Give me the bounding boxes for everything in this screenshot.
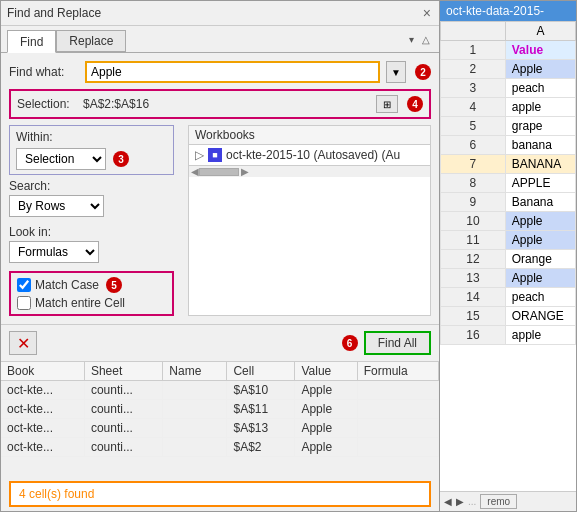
- within-section: Within: Selection Workbooks Sheets 3: [9, 125, 174, 175]
- left-controls: Within: Selection Workbooks Sheets 3 Sea…: [9, 125, 174, 316]
- cell-value[interactable]: Value: [505, 41, 575, 60]
- sheet-row: 8APPLE: [441, 174, 576, 193]
- row-number: 9: [441, 193, 506, 212]
- selection-icon-button[interactable]: ⊞: [376, 95, 398, 113]
- col-name: Name: [163, 362, 227, 381]
- cell-value[interactable]: Apple: [505, 212, 575, 231]
- sheet-row: 3peach: [441, 79, 576, 98]
- table-cell: Apple: [295, 400, 357, 419]
- row-number: 1: [441, 41, 506, 60]
- scroll-left[interactable]: ◀: [191, 166, 199, 177]
- label-2: 2: [415, 64, 431, 80]
- table-cell: [357, 438, 438, 457]
- sheet-row: 10Apple: [441, 212, 576, 231]
- cell-value[interactable]: peach: [505, 288, 575, 307]
- table-cell: $A$2: [227, 438, 295, 457]
- cell-value[interactable]: Orange: [505, 250, 575, 269]
- match-entire-label[interactable]: Match entire Cell: [35, 296, 125, 310]
- search-label: Search:: [9, 179, 174, 193]
- find-what-input[interactable]: [85, 61, 380, 83]
- table-row: oct-kte...counti...$A$11Apple: [1, 400, 439, 419]
- sheet-table-container: A 1Value2Apple3peach4apple5grape6banana7…: [440, 21, 576, 491]
- match-case-label[interactable]: Match Case: [35, 278, 99, 292]
- split-row: Within: Selection Workbooks Sheets 3 Sea…: [9, 125, 431, 316]
- table-cell: [357, 400, 438, 419]
- table-cell: oct-kte...: [1, 381, 84, 400]
- row-number: 14: [441, 288, 506, 307]
- cell-value[interactable]: Apple: [505, 269, 575, 288]
- table-cell: oct-kte...: [1, 400, 84, 419]
- cell-value[interactable]: APPLE: [505, 174, 575, 193]
- pin-button[interactable]: △: [419, 33, 433, 46]
- cell-value[interactable]: apple: [505, 326, 575, 345]
- cell-value[interactable]: grape: [505, 117, 575, 136]
- table-cell: Apple: [295, 438, 357, 457]
- col-a-header: A: [505, 22, 575, 41]
- find-what-row: Find what: ▼ 2: [9, 61, 431, 83]
- cell-value[interactable]: Apple: [505, 60, 575, 79]
- sheet-tab-remo[interactable]: remo: [480, 494, 517, 509]
- table-cell: $A$11: [227, 400, 295, 419]
- within-select[interactable]: Selection Workbooks Sheets: [16, 148, 106, 170]
- delete-button[interactable]: ✕: [9, 331, 37, 355]
- within-label: Within:: [16, 130, 53, 144]
- sheet-row: 5grape: [441, 117, 576, 136]
- sheet-row: 9Banana: [441, 193, 576, 212]
- workbook-name: oct-kte-2015-10 (Autosaved) (Au: [226, 148, 400, 162]
- table-cell: Apple: [295, 381, 357, 400]
- table-cell: oct-kte...: [1, 419, 84, 438]
- sheet-row: 7BANANA: [441, 155, 576, 174]
- table-cell: Apple: [295, 419, 357, 438]
- row-number: 15: [441, 307, 506, 326]
- find-dropdown-arrow[interactable]: ▼: [386, 61, 406, 83]
- selection-input[interactable]: [83, 97, 370, 111]
- tab-replace[interactable]: Replace: [56, 30, 126, 52]
- status-text: 4 cell(s) found: [19, 487, 94, 501]
- row-number: 2: [441, 60, 506, 79]
- horizontal-scrollbar[interactable]: ◀ ▶: [189, 165, 430, 177]
- scroll-right[interactable]: ▶: [241, 166, 249, 177]
- search-select[interactable]: By Rows By Columns: [9, 195, 104, 217]
- sheet-row: 13Apple: [441, 269, 576, 288]
- corner-cell: [441, 22, 506, 41]
- row-number: 13: [441, 269, 506, 288]
- tab-find[interactable]: Find: [7, 30, 56, 53]
- match-case-row: Match Case 5: [17, 277, 166, 293]
- cell-value[interactable]: peach: [505, 79, 575, 98]
- row-number: 6: [441, 136, 506, 155]
- results-header-row: Book Sheet Name Cell Value Formula: [1, 362, 439, 381]
- find-what-label: Find what:: [9, 65, 79, 79]
- row-number: 12: [441, 250, 506, 269]
- lookin-select[interactable]: Formulas Values Notes: [9, 241, 99, 263]
- collapse-button[interactable]: ▾: [406, 33, 417, 46]
- sheet-row: 12Orange: [441, 250, 576, 269]
- match-case-checkbox[interactable]: [17, 278, 31, 292]
- sheet-row: 2Apple: [441, 60, 576, 79]
- match-entire-row: Match entire Cell: [17, 296, 166, 310]
- col-formula: Formula: [357, 362, 438, 381]
- nav-left-button[interactable]: ◀: [444, 496, 452, 507]
- sheet-row: 6banana: [441, 136, 576, 155]
- close-button[interactable]: ×: [421, 5, 433, 21]
- cell-value[interactable]: BANANA: [505, 155, 575, 174]
- sheet-row: 4apple: [441, 98, 576, 117]
- table-cell: counti...: [84, 400, 162, 419]
- cell-value[interactable]: Apple: [505, 231, 575, 250]
- cell-value[interactable]: apple: [505, 98, 575, 117]
- col-sheet: Sheet: [84, 362, 162, 381]
- sheet-row: 15ORANGE: [441, 307, 576, 326]
- table-row: oct-kte...counti...$A$2Apple: [1, 438, 439, 457]
- col-book: Book: [1, 362, 84, 381]
- panel-title: Find and Replace: [7, 6, 101, 20]
- nav-right-button[interactable]: ▶: [456, 496, 464, 507]
- cell-value[interactable]: ORANGE: [505, 307, 575, 326]
- table-cell: oct-kte...: [1, 438, 84, 457]
- sheet-row: 1Value: [441, 41, 576, 60]
- find-all-button[interactable]: Find All: [364, 331, 431, 355]
- match-entire-checkbox[interactable]: [17, 296, 31, 310]
- workbook-item[interactable]: ▷ ■ oct-kte-2015-10 (Autosaved) (Au: [189, 145, 430, 165]
- cell-value[interactable]: Banana: [505, 193, 575, 212]
- cell-value[interactable]: banana: [505, 136, 575, 155]
- action-row: ✕ 6 Find All: [1, 324, 439, 361]
- scroll-thumb[interactable]: [199, 168, 239, 176]
